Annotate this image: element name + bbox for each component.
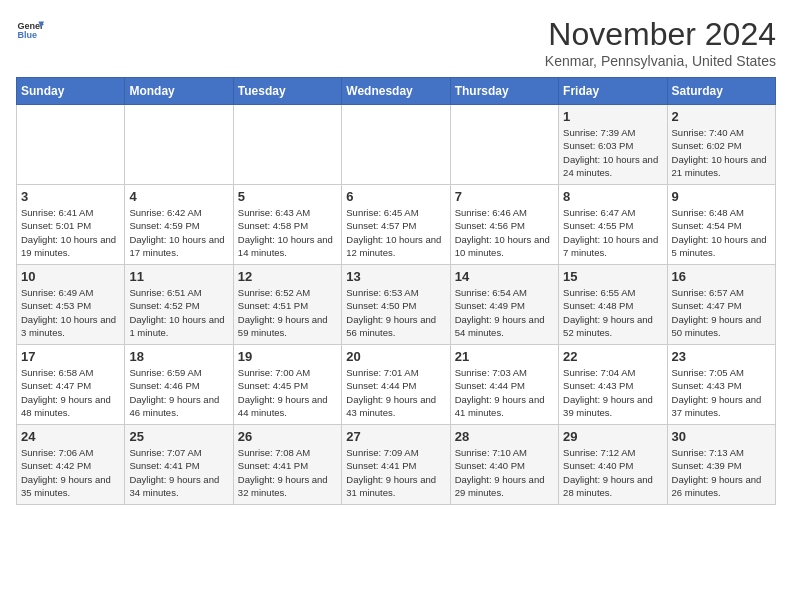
svg-text:Blue: Blue — [17, 30, 37, 40]
calendar-cell: 11Sunrise: 6:51 AM Sunset: 4:52 PM Dayli… — [125, 265, 233, 345]
day-number: 1 — [563, 109, 662, 124]
calendar-week-4: 17Sunrise: 6:58 AM Sunset: 4:47 PM Dayli… — [17, 345, 776, 425]
day-number: 11 — [129, 269, 228, 284]
day-info: Sunrise: 6:58 AM Sunset: 4:47 PM Dayligh… — [21, 366, 120, 419]
calendar-cell: 13Sunrise: 6:53 AM Sunset: 4:50 PM Dayli… — [342, 265, 450, 345]
day-info: Sunrise: 7:12 AM Sunset: 4:40 PM Dayligh… — [563, 446, 662, 499]
day-info: Sunrise: 7:39 AM Sunset: 6:03 PM Dayligh… — [563, 126, 662, 179]
calendar-cell: 10Sunrise: 6:49 AM Sunset: 4:53 PM Dayli… — [17, 265, 125, 345]
calendar-cell: 26Sunrise: 7:08 AM Sunset: 4:41 PM Dayli… — [233, 425, 341, 505]
day-info: Sunrise: 6:55 AM Sunset: 4:48 PM Dayligh… — [563, 286, 662, 339]
day-number: 19 — [238, 349, 337, 364]
day-info: Sunrise: 7:01 AM Sunset: 4:44 PM Dayligh… — [346, 366, 445, 419]
calendar-cell: 5Sunrise: 6:43 AM Sunset: 4:58 PM Daylig… — [233, 185, 341, 265]
calendar-cell: 24Sunrise: 7:06 AM Sunset: 4:42 PM Dayli… — [17, 425, 125, 505]
day-info: Sunrise: 6:52 AM Sunset: 4:51 PM Dayligh… — [238, 286, 337, 339]
day-info: Sunrise: 6:51 AM Sunset: 4:52 PM Dayligh… — [129, 286, 228, 339]
day-number: 25 — [129, 429, 228, 444]
calendar-cell: 21Sunrise: 7:03 AM Sunset: 4:44 PM Dayli… — [450, 345, 558, 425]
calendar-cell: 8Sunrise: 6:47 AM Sunset: 4:55 PM Daylig… — [559, 185, 667, 265]
day-info: Sunrise: 6:45 AM Sunset: 4:57 PM Dayligh… — [346, 206, 445, 259]
calendar-cell: 6Sunrise: 6:45 AM Sunset: 4:57 PM Daylig… — [342, 185, 450, 265]
month-title: November 2024 — [545, 16, 776, 53]
day-number: 15 — [563, 269, 662, 284]
calendar-cell: 12Sunrise: 6:52 AM Sunset: 4:51 PM Dayli… — [233, 265, 341, 345]
day-number: 8 — [563, 189, 662, 204]
day-info: Sunrise: 6:59 AM Sunset: 4:46 PM Dayligh… — [129, 366, 228, 419]
day-info: Sunrise: 7:13 AM Sunset: 4:39 PM Dayligh… — [672, 446, 771, 499]
calendar-cell: 7Sunrise: 6:46 AM Sunset: 4:56 PM Daylig… — [450, 185, 558, 265]
day-number: 26 — [238, 429, 337, 444]
day-info: Sunrise: 6:49 AM Sunset: 4:53 PM Dayligh… — [21, 286, 120, 339]
day-number: 16 — [672, 269, 771, 284]
day-number: 28 — [455, 429, 554, 444]
calendar-cell: 2Sunrise: 7:40 AM Sunset: 6:02 PM Daylig… — [667, 105, 775, 185]
day-number: 9 — [672, 189, 771, 204]
day-info: Sunrise: 7:04 AM Sunset: 4:43 PM Dayligh… — [563, 366, 662, 419]
day-info: Sunrise: 7:40 AM Sunset: 6:02 PM Dayligh… — [672, 126, 771, 179]
day-number: 18 — [129, 349, 228, 364]
calendar-body: 1Sunrise: 7:39 AM Sunset: 6:03 PM Daylig… — [17, 105, 776, 505]
day-number: 5 — [238, 189, 337, 204]
calendar-cell: 19Sunrise: 7:00 AM Sunset: 4:45 PM Dayli… — [233, 345, 341, 425]
day-number: 14 — [455, 269, 554, 284]
day-info: Sunrise: 6:46 AM Sunset: 4:56 PM Dayligh… — [455, 206, 554, 259]
calendar-cell — [450, 105, 558, 185]
calendar-header: Sunday Monday Tuesday Wednesday Thursday… — [17, 78, 776, 105]
calendar-week-5: 24Sunrise: 7:06 AM Sunset: 4:42 PM Dayli… — [17, 425, 776, 505]
day-number: 23 — [672, 349, 771, 364]
day-number: 29 — [563, 429, 662, 444]
day-number: 30 — [672, 429, 771, 444]
calendar-cell: 14Sunrise: 6:54 AM Sunset: 4:49 PM Dayli… — [450, 265, 558, 345]
calendar-cell — [17, 105, 125, 185]
day-number: 20 — [346, 349, 445, 364]
calendar-cell: 16Sunrise: 6:57 AM Sunset: 4:47 PM Dayli… — [667, 265, 775, 345]
day-info: Sunrise: 7:03 AM Sunset: 4:44 PM Dayligh… — [455, 366, 554, 419]
calendar-week-2: 3Sunrise: 6:41 AM Sunset: 5:01 PM Daylig… — [17, 185, 776, 265]
day-info: Sunrise: 6:42 AM Sunset: 4:59 PM Dayligh… — [129, 206, 228, 259]
calendar-week-1: 1Sunrise: 7:39 AM Sunset: 6:03 PM Daylig… — [17, 105, 776, 185]
logo-icon: General Blue — [16, 16, 44, 44]
calendar-cell: 4Sunrise: 6:42 AM Sunset: 4:59 PM Daylig… — [125, 185, 233, 265]
day-number: 6 — [346, 189, 445, 204]
day-number: 12 — [238, 269, 337, 284]
calendar-cell: 27Sunrise: 7:09 AM Sunset: 4:41 PM Dayli… — [342, 425, 450, 505]
calendar-cell: 15Sunrise: 6:55 AM Sunset: 4:48 PM Dayli… — [559, 265, 667, 345]
day-info: Sunrise: 6:54 AM Sunset: 4:49 PM Dayligh… — [455, 286, 554, 339]
header-tuesday: Tuesday — [233, 78, 341, 105]
day-number: 27 — [346, 429, 445, 444]
calendar-week-3: 10Sunrise: 6:49 AM Sunset: 4:53 PM Dayli… — [17, 265, 776, 345]
day-info: Sunrise: 6:47 AM Sunset: 4:55 PM Dayligh… — [563, 206, 662, 259]
page-header: General Blue November 2024 Kenmar, Penns… — [16, 16, 776, 69]
day-info: Sunrise: 6:43 AM Sunset: 4:58 PM Dayligh… — [238, 206, 337, 259]
title-section: November 2024 Kenmar, Pennsylvania, Unit… — [545, 16, 776, 69]
day-info: Sunrise: 7:07 AM Sunset: 4:41 PM Dayligh… — [129, 446, 228, 499]
calendar-cell — [342, 105, 450, 185]
header-monday: Monday — [125, 78, 233, 105]
calendar-cell — [125, 105, 233, 185]
calendar-cell: 20Sunrise: 7:01 AM Sunset: 4:44 PM Dayli… — [342, 345, 450, 425]
day-info: Sunrise: 6:57 AM Sunset: 4:47 PM Dayligh… — [672, 286, 771, 339]
header-friday: Friday — [559, 78, 667, 105]
calendar-cell: 28Sunrise: 7:10 AM Sunset: 4:40 PM Dayli… — [450, 425, 558, 505]
day-info: Sunrise: 7:00 AM Sunset: 4:45 PM Dayligh… — [238, 366, 337, 419]
calendar-cell: 3Sunrise: 6:41 AM Sunset: 5:01 PM Daylig… — [17, 185, 125, 265]
day-number: 24 — [21, 429, 120, 444]
calendar-table: Sunday Monday Tuesday Wednesday Thursday… — [16, 77, 776, 505]
calendar-cell: 18Sunrise: 6:59 AM Sunset: 4:46 PM Dayli… — [125, 345, 233, 425]
header-sunday: Sunday — [17, 78, 125, 105]
calendar-cell: 30Sunrise: 7:13 AM Sunset: 4:39 PM Dayli… — [667, 425, 775, 505]
calendar-cell: 29Sunrise: 7:12 AM Sunset: 4:40 PM Dayli… — [559, 425, 667, 505]
day-number: 17 — [21, 349, 120, 364]
logo: General Blue — [16, 16, 44, 44]
day-number: 3 — [21, 189, 120, 204]
day-info: Sunrise: 7:09 AM Sunset: 4:41 PM Dayligh… — [346, 446, 445, 499]
calendar-cell: 9Sunrise: 6:48 AM Sunset: 4:54 PM Daylig… — [667, 185, 775, 265]
location-subtitle: Kenmar, Pennsylvania, United States — [545, 53, 776, 69]
calendar-cell: 22Sunrise: 7:04 AM Sunset: 4:43 PM Dayli… — [559, 345, 667, 425]
day-info: Sunrise: 7:10 AM Sunset: 4:40 PM Dayligh… — [455, 446, 554, 499]
calendar-cell: 23Sunrise: 7:05 AM Sunset: 4:43 PM Dayli… — [667, 345, 775, 425]
day-info: Sunrise: 7:08 AM Sunset: 4:41 PM Dayligh… — [238, 446, 337, 499]
calendar-cell — [233, 105, 341, 185]
day-info: Sunrise: 6:48 AM Sunset: 4:54 PM Dayligh… — [672, 206, 771, 259]
